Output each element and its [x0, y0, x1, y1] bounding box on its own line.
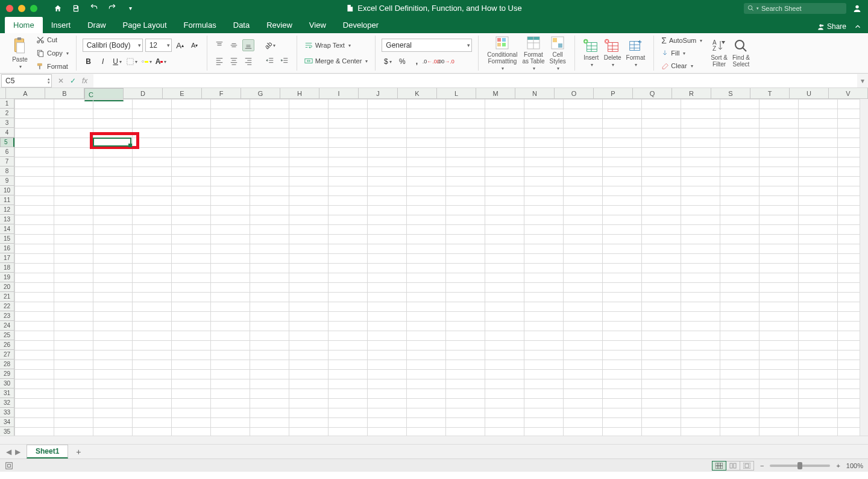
merge-center-button[interactable]: Merge & Center▾: [303, 56, 370, 66]
column-header[interactable]: S: [711, 88, 750, 98]
borders-button[interactable]: ▾: [126, 56, 138, 68]
row-header[interactable]: 26: [0, 340, 14, 350]
prev-sheet-icon[interactable]: ◀: [6, 448, 11, 456]
row-header[interactable]: 18: [0, 263, 14, 273]
tab-review[interactable]: Review: [258, 17, 301, 33]
row-header[interactable]: 16: [0, 244, 14, 253]
tab-draw[interactable]: Draw: [79, 17, 114, 33]
comma-button[interactable]: ,: [410, 56, 423, 68]
row-header[interactable]: 23: [0, 311, 14, 321]
column-header[interactable]: D: [124, 88, 163, 98]
cut-button[interactable]: Cut: [35, 34, 70, 45]
column-header[interactable]: L: [437, 88, 476, 98]
column-header[interactable]: J: [359, 88, 398, 98]
column-header[interactable]: K: [398, 88, 437, 98]
decrease-font-button[interactable]: A▾: [189, 39, 201, 51]
row-header[interactable]: 6: [0, 147, 14, 157]
next-sheet-icon[interactable]: ▶: [15, 448, 20, 456]
font-color-button[interactable]: A▾: [155, 56, 167, 68]
cell-styles-button[interactable]: Cell Styles▾: [547, 36, 568, 71]
row-header[interactable]: 12: [0, 205, 14, 215]
column-header[interactable]: N: [515, 88, 555, 98]
row-header[interactable]: 9: [0, 176, 14, 186]
row-header[interactable]: 32: [0, 398, 14, 408]
close-window-icon[interactable]: [6, 5, 13, 12]
row-header[interactable]: 22: [0, 302, 14, 311]
column-header[interactable]: R: [672, 88, 711, 98]
column-header[interactable]: T: [750, 88, 790, 98]
sort-filter-button[interactable]: AZ Sort & Filter: [708, 39, 730, 68]
zoom-label[interactable]: 100%: [846, 462, 863, 469]
column-header[interactable]: G: [241, 88, 280, 98]
clear-button[interactable]: Clear▾: [660, 60, 703, 71]
minimize-window-icon[interactable]: [18, 5, 25, 12]
row-header[interactable]: 1: [0, 99, 14, 109]
decrease-decimal-button[interactable]: .00→.0: [439, 56, 451, 68]
fx-icon[interactable]: fx: [82, 77, 87, 85]
row-header[interactable]: 30: [0, 379, 14, 389]
sheet-tab-sheet1[interactable]: Sheet1: [27, 445, 68, 458]
expand-formula-bar-icon[interactable]: ▾: [857, 77, 868, 85]
copy-button[interactable]: Copy▾: [35, 48, 70, 59]
maximize-window-icon[interactable]: [30, 5, 37, 12]
increase-indent-button[interactable]: [278, 55, 291, 67]
fill-handle[interactable]: [128, 144, 132, 147]
format-as-table-button[interactable]: Format as Table▾: [520, 36, 547, 71]
wrap-text-button[interactable]: Wrap Text▾: [303, 40, 370, 51]
page-break-view-button[interactable]: [740, 461, 754, 471]
row-header[interactable]: 19: [0, 273, 14, 282]
row-header[interactable]: 4: [0, 128, 14, 138]
home-icon[interactable]: [53, 4, 63, 13]
formula-input[interactable]: [93, 74, 857, 87]
share-button[interactable]: Share: [817, 22, 846, 31]
tab-insert[interactable]: Insert: [43, 17, 80, 33]
row-header[interactable]: 34: [0, 417, 14, 427]
tab-view[interactable]: View: [301, 17, 335, 33]
currency-button[interactable]: $▾: [382, 56, 394, 68]
macro-rec-icon[interactable]: [5, 462, 13, 470]
row-header[interactable]: 17: [0, 253, 14, 263]
paste-button[interactable]: Paste ▾: [10, 37, 30, 69]
row-header[interactable]: 3: [0, 118, 14, 128]
find-select-button[interactable]: Find & Select: [730, 39, 752, 68]
select-all-corner[interactable]: [0, 88, 6, 98]
zoom-slider[interactable]: [770, 465, 830, 467]
undo-icon[interactable]: [89, 4, 99, 13]
accept-formula-icon[interactable]: ✓: [70, 77, 76, 85]
row-header[interactable]: 5: [0, 138, 14, 147]
align-center-button[interactable]: [228, 55, 240, 67]
page-layout-view-button[interactable]: [726, 461, 740, 471]
column-header[interactable]: U: [790, 88, 829, 98]
zoom-out-button[interactable]: −: [760, 462, 764, 469]
font-name-select[interactable]: Calibri (Body)▾: [83, 39, 143, 52]
column-header[interactable]: P: [594, 88, 633, 98]
row-header[interactable]: 10: [0, 186, 14, 195]
column-header[interactable]: Q: [633, 88, 672, 98]
font-size-select[interactable]: 12▾: [145, 39, 172, 52]
row-header[interactable]: 13: [0, 215, 14, 224]
row-header[interactable]: 11: [0, 195, 14, 205]
orientation-button[interactable]: ab▾: [264, 39, 276, 51]
row-header[interactable]: 28: [0, 360, 14, 369]
fill-color-button[interactable]: ▾: [140, 56, 153, 68]
row-header[interactable]: 25: [0, 331, 14, 340]
account-icon[interactable]: [852, 4, 862, 13]
increase-font-button[interactable]: A▴: [174, 39, 186, 51]
row-header[interactable]: 15: [0, 234, 14, 244]
autosum-button[interactable]: ΣAutoSum▾: [660, 35, 703, 46]
row-header[interactable]: 33: [0, 408, 14, 417]
increase-decimal-button[interactable]: .0←.00: [425, 56, 437, 68]
tab-page-layout[interactable]: Page Layout: [115, 17, 175, 33]
align-bottom-button[interactable]: [242, 39, 254, 51]
tab-home[interactable]: Home: [5, 17, 43, 33]
column-header[interactable]: O: [555, 88, 594, 98]
row-header[interactable]: 7: [0, 157, 14, 167]
cells-area[interactable]: [14, 99, 868, 444]
underline-button[interactable]: U▾: [112, 56, 124, 68]
column-header[interactable]: B: [45, 88, 84, 98]
cancel-formula-icon[interactable]: ✕: [58, 77, 64, 85]
bold-button[interactable]: B: [83, 56, 95, 68]
format-painter-button[interactable]: Format: [35, 61, 70, 72]
column-header[interactable]: E: [163, 88, 202, 98]
decrease-indent-button[interactable]: [264, 55, 276, 67]
